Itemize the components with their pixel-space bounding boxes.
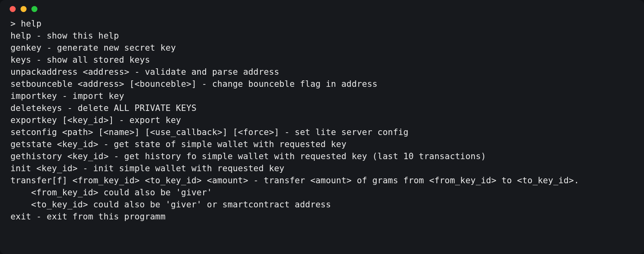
- terminal-window: > help help - show this help genkey - ge…: [0, 0, 644, 254]
- terminal-body[interactable]: > help help - show this help genkey - ge…: [0, 18, 644, 233]
- output-line: setconfig <path> [<name>] [<use_callback…: [10, 127, 409, 137]
- output-line: keys - show all stored keys: [10, 55, 150, 65]
- minimize-icon[interactable]: [21, 6, 27, 12]
- output-line: deletekeys - delete ALL PRIVATE KEYS: [10, 103, 196, 113]
- close-icon[interactable]: [10, 6, 16, 12]
- output-line: unpackaddress <address> - validate and p…: [10, 67, 279, 77]
- command-text: help: [21, 19, 41, 29]
- output-line: init <key_id> - init simple wallet with …: [10, 164, 285, 173]
- output-line: help - show this help: [10, 31, 119, 41]
- output-line: setbounceble <address> [<bounceble>] - c…: [10, 79, 378, 89]
- prompt: >: [10, 19, 21, 29]
- maximize-icon[interactable]: [31, 6, 37, 12]
- output-line: <to_key_id> could also be 'giver' or sma…: [10, 200, 331, 209]
- window-titlebar: [0, 0, 644, 18]
- output-line: exportkey [<key_id>] - export key: [10, 115, 181, 125]
- output-line: genkey - generate new secret key: [10, 43, 176, 53]
- output-line: importkey - import key: [10, 91, 124, 101]
- output-line: transfer[f] <from_key_id> <to_key_id> <a…: [10, 176, 579, 185]
- output-line: exit - exit from this programm: [10, 212, 165, 221]
- output-line: <from_key_id> could also be 'giver': [10, 188, 212, 197]
- output-line: gethistory <key_id> - get history fo sim…: [10, 152, 486, 161]
- output-line: getstate <key_id> - get state of simple …: [10, 139, 347, 149]
